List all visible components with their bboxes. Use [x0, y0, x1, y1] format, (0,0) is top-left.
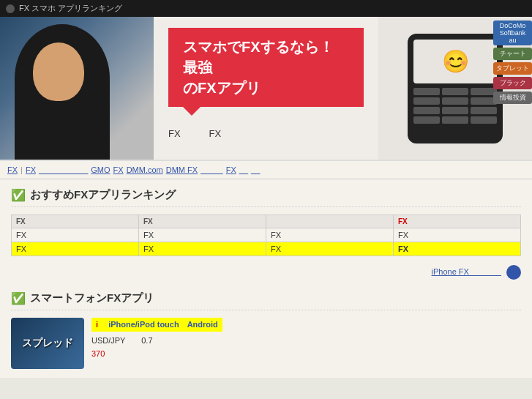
- nav-link-dmm[interactable]: DMM.com: [127, 165, 163, 174]
- hero-content: スマホでFXするなら！ 最強のFXアプリ FX FX: [154, 17, 378, 160]
- phone-key: [442, 88, 468, 95]
- phone-key: [471, 116, 497, 124]
- section2-title-text: スマートフォンFXアプリ: [30, 291, 154, 305]
- check-icon-2: ✅: [11, 291, 26, 305]
- badge-chart: チャート: [493, 48, 532, 60]
- app-detail-usdjpy-text: USD/JPY 0.7: [91, 336, 153, 345]
- phone-key: [413, 88, 440, 95]
- app-detail-usdjpy: USD/JPY 0.7: [91, 335, 521, 348]
- phone-key: [413, 116, 440, 124]
- row2-col3: FX: [266, 242, 394, 256]
- app-tags: i iPhone/iPod touch Android: [91, 318, 222, 332]
- row2-col4: FX: [394, 242, 521, 256]
- nav-link-fx4[interactable]: FX: [226, 165, 236, 174]
- row1-col2: FX: [139, 228, 266, 242]
- iphone-link-row: iPhone FX: [11, 262, 521, 286]
- app-info: i iPhone/iPod touch Android USD/JPY 0.7 …: [91, 318, 521, 360]
- check-icon: ✅: [11, 188, 26, 202]
- nav-link-fx2[interactable]: FX: [26, 165, 36, 174]
- nav-link-blank2[interactable]: _____: [201, 165, 223, 174]
- app-detail-number: 370: [91, 348, 521, 361]
- section2: ✅ スマートフォンFXアプリ スプレッド i iPhone/iPod touch…: [11, 291, 521, 369]
- app-row: スプレッド i iPhone/iPod touch Android USD/JP…: [11, 318, 521, 369]
- phone-key: [413, 107, 440, 114]
- tag-badges: DoCoMoSoftbankau チャート タブレット ブラック 情報投資: [493, 20, 532, 104]
- col-header-3: [266, 215, 394, 228]
- window-button[interactable]: [6, 4, 15, 13]
- section1-title: ✅ おすすめFXアプリランキング: [11, 188, 521, 207]
- app-detail: USD/JPY 0.7 370: [91, 335, 521, 360]
- col-header-2: FX: [139, 215, 266, 228]
- nav-link-gmo[interactable]: GMO: [91, 165, 110, 174]
- badge-invest: 情報投資: [493, 92, 532, 104]
- title-bar-text: FX スマホ アプリランキング: [19, 3, 122, 14]
- section1-title-text: おすすめFXアプリランキング: [30, 188, 176, 202]
- table-row-highlight: FX FX FX FX: [12, 242, 521, 256]
- nav-link-fx1[interactable]: FX: [7, 165, 18, 174]
- hero-bubble: スマホでFXするなら！ 最強のFXアプリ: [168, 28, 364, 107]
- title-bar: FX スマホ アプリランキング: [0, 0, 532, 17]
- nav-bar: FX | FX ___________ GMO FX DMM.com DMM F…: [0, 160, 532, 179]
- main-content: ✅ おすすめFXアプリランキング FX FX FX FX FX FX FX: [0, 179, 532, 378]
- nav-link-dmmfx[interactable]: DMM FX: [166, 165, 198, 174]
- nav-link-blank4[interactable]: __: [251, 165, 260, 174]
- hero-photo: [0, 17, 154, 160]
- phone-key: [442, 97, 468, 105]
- phone-key: [413, 97, 440, 105]
- row1-col4: FX: [394, 228, 521, 242]
- phone-key: [442, 116, 468, 124]
- row2-col1: FX: [12, 242, 139, 256]
- nav-link-blank1[interactable]: ___________: [39, 165, 88, 174]
- hero-sub: FX FX: [168, 127, 364, 141]
- app-thumbnail: スプレッド: [11, 318, 84, 369]
- fx-ranking-table: FX FX FX FX FX FX FX FX FX FX FX: [11, 215, 521, 256]
- hero-section: スマホでFXするなら！ 最強のFXアプリ FX FX 😊: [0, 17, 532, 160]
- app-tag-i: i: [96, 320, 106, 329]
- smiley-icon: 😊: [442, 48, 469, 74]
- nav-link-blank3[interactable]: __: [239, 165, 248, 174]
- row1-col3: FX: [266, 228, 394, 242]
- col-header-4: FX: [394, 215, 521, 228]
- nav-link-fx3[interactable]: FX: [113, 165, 124, 174]
- section1-table-container: FX FX FX FX FX FX FX FX FX FX FX: [11, 215, 521, 256]
- nav-sep: |: [20, 165, 23, 174]
- col-header-1: FX: [12, 215, 139, 228]
- phone-image: 😊: [408, 34, 503, 143]
- row2-col2: FX: [139, 242, 266, 256]
- badge-black: ブラック: [493, 77, 532, 89]
- badge-tablet: タブレット: [493, 62, 532, 75]
- app-tag-iphone: iPhone/iPod touch Android: [108, 320, 218, 329]
- phone-screen: 😊: [413, 40, 497, 83]
- app-thumb-text: スプレッド: [22, 337, 73, 350]
- section2-title: ✅ スマートフォンFXアプリ: [11, 291, 521, 310]
- phone-key: [471, 107, 497, 114]
- badge-iphone: DoCoMoSoftbankau: [493, 20, 532, 45]
- table-row: FX FX FX FX: [12, 228, 521, 242]
- app-detail-red-number: 370: [91, 349, 105, 358]
- phone-keypad: [413, 88, 497, 124]
- phone-key: [442, 107, 468, 114]
- row1-col1: FX: [12, 228, 139, 242]
- globe-icon[interactable]: [506, 265, 521, 280]
- hero-sub-text: FX FX: [168, 128, 221, 139]
- hero-right: 😊 DoCoMoSoftbankau チャート タブレット ブラック: [378, 17, 532, 160]
- iphone-fx-link[interactable]: iPhone FX: [432, 267, 501, 276]
